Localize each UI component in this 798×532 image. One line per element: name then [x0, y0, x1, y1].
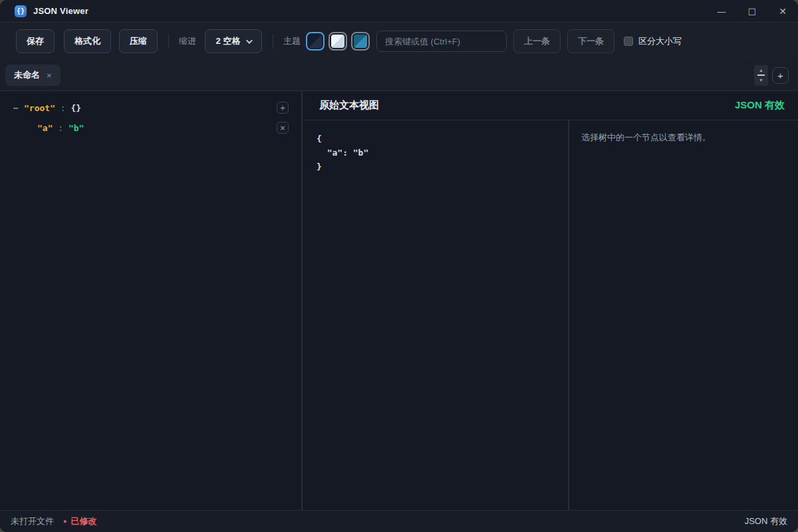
json-valid-badge: JSON 有效 [735, 99, 785, 112]
status-bar: 未打开文件 ● 已修改 JSON 有效 [0, 510, 798, 532]
raw-text-line: { [317, 132, 557, 146]
spinner-up-icon[interactable]: ▲ [759, 68, 763, 72]
raw-view-title: 原始文本视图 [319, 99, 379, 112]
theme-swatch-blue[interactable] [351, 32, 370, 51]
theme-swatch-light-fill [331, 35, 344, 48]
indent-label: 缩进 [179, 35, 196, 47]
tab-bar: 未命名 × ▲ ▼ + [0, 60, 798, 91]
tree-separator: : [55, 103, 70, 113]
add-child-button[interactable]: + [277, 102, 289, 114]
minimize-icon[interactable]: — [706, 0, 737, 22]
node-details-panel: 选择树中的一个节点以查看详情。 [569, 120, 798, 510]
tab-untitled[interactable]: 未命名 × [5, 65, 61, 86]
theme-swatch-dark[interactable] [306, 32, 325, 51]
case-sensitive-checkbox[interactable] [624, 37, 633, 46]
case-sensitive-label: 区分大小写 [638, 35, 682, 47]
prev-match-button[interactable]: 上一条 [513, 29, 561, 53]
compress-button[interactable]: 压缩 [119, 29, 158, 53]
tree-value-string: "b" [68, 123, 84, 133]
toolbar-divider [168, 34, 169, 49]
app-title: JSON Viewer [33, 6, 88, 16]
window-controls: — □ ✕ [706, 0, 798, 22]
modified-status-text: 已修改 [70, 515, 96, 527]
search-input[interactable] [376, 31, 507, 52]
tree-value-object: {} [70, 103, 81, 113]
format-button[interactable]: 格式化 [64, 29, 111, 53]
tree-separator: : [53, 123, 68, 133]
tab-close-icon[interactable]: × [47, 70, 52, 80]
app-logo-icon: {} [15, 5, 27, 17]
theme-label: 主题 [283, 35, 301, 47]
main-content: −"root" : {} + "a" : "b" × 原始文本视图 JSON 有… [0, 91, 798, 510]
modified-dot-icon: ● [63, 518, 66, 525]
spinner-down-icon[interactable]: ▼ [759, 78, 763, 82]
json-validity-status: JSON 有效 [745, 515, 787, 527]
toolbar: 保存 格式化 压缩 缩进 2 空格 主题 上一条 下一条 区分大小写 [0, 23, 798, 60]
theme-swatch-light[interactable] [329, 32, 347, 51]
raw-view-header: 原始文本视图 JSON 有效 [303, 91, 798, 120]
tab-scroll-control[interactable]: ▲ ▼ [754, 65, 768, 86]
tree-row-root[interactable]: −"root" : {} + [0, 98, 301, 118]
tree-key: "root" [24, 103, 55, 113]
collapse-icon[interactable]: − [13, 103, 24, 113]
next-match-button[interactable]: 下一条 [567, 29, 614, 53]
close-icon[interactable]: ✕ [767, 0, 798, 22]
raw-text-view[interactable]: { "a": "b" } [303, 120, 569, 510]
theme-swatch-dark-fill [309, 35, 322, 48]
toolbar-divider [273, 34, 273, 49]
details-placeholder-text: 选择树中的一个节点以查看详情。 [581, 132, 787, 144]
raw-text-line: } [317, 160, 557, 174]
right-panel: 原始文本视图 JSON 有效 { "a": "b" } 选择树中的一个节点以查看… [303, 91, 798, 510]
save-button[interactable]: 保存 [16, 29, 55, 53]
raw-text-line: "a": "b" [317, 146, 557, 160]
spinner-divider [757, 74, 765, 76]
tree-row-a[interactable]: "a" : "b" × [0, 118, 301, 138]
indent-value: 2 空格 [216, 35, 241, 47]
delete-node-button[interactable]: × [277, 122, 289, 134]
json-tree-panel: −"root" : {} + "a" : "b" × [0, 91, 303, 510]
app-window: {} JSON Viewer — □ ✕ 保存 格式化 压缩 缩进 2 空格 主… [0, 0, 798, 532]
theme-swatch-blue-fill [354, 35, 367, 48]
indent-select[interactable]: 2 空格 [205, 29, 262, 53]
tree-key: "a" [37, 123, 53, 133]
maximize-icon[interactable]: □ [737, 0, 767, 22]
add-tab-button[interactable]: + [772, 67, 789, 84]
tab-label: 未命名 [14, 69, 40, 81]
file-status-text: 未打开文件 [11, 515, 54, 527]
title-bar: {} JSON Viewer — □ ✕ [0, 0, 798, 23]
chevron-down-icon [246, 37, 253, 44]
right-panel-body: { "a": "b" } 选择树中的一个节点以查看详情。 [303, 120, 798, 510]
